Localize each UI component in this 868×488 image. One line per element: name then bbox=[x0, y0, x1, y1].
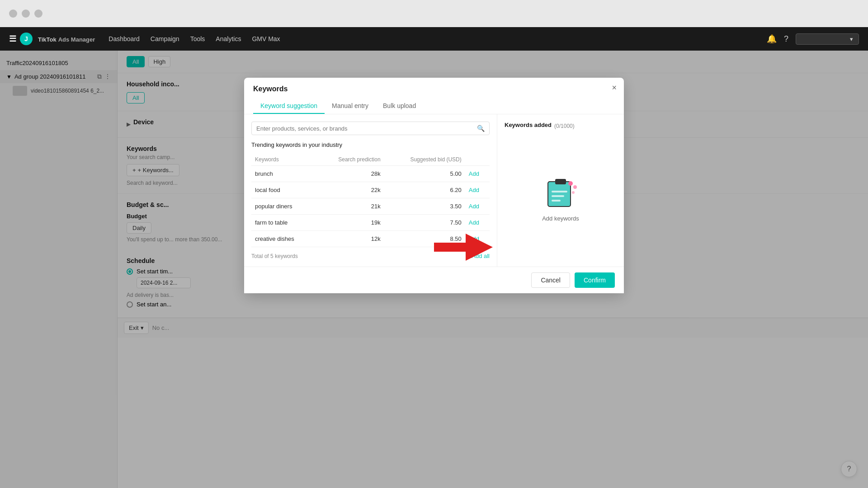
table-row: farm to table 19k 7.50 Add bbox=[251, 215, 490, 231]
prediction-cell-3: 19k bbox=[316, 215, 384, 231]
add-cell-1: Add bbox=[465, 182, 490, 198]
svg-point-6 bbox=[568, 181, 573, 186]
tab-manual-entry[interactable]: Manual entry bbox=[325, 99, 376, 114]
browser-dot-1 bbox=[9, 9, 17, 18]
svg-point-7 bbox=[573, 185, 577, 189]
bid-cell-1: 6.20 bbox=[384, 182, 465, 198]
modal-header: Keywords × Keyword suggestion Manual ent… bbox=[244, 78, 624, 114]
keyword-table-scroll: Keywords Search prediction Suggested bid… bbox=[251, 154, 490, 247]
browser-dot-3 bbox=[34, 9, 42, 18]
confirm-button[interactable]: Confirm bbox=[575, 272, 615, 288]
nav-item-analytics[interactable]: Analytics bbox=[216, 35, 241, 42]
bid-cell-3: 7.50 bbox=[384, 215, 465, 231]
add-keyword-btn-1[interactable]: Add bbox=[469, 187, 479, 193]
svg-marker-0 bbox=[434, 234, 493, 261]
svg-point-8 bbox=[572, 191, 575, 194]
col-header-prediction: Search prediction bbox=[316, 154, 384, 166]
total-keywords-label: Total of 5 keywords bbox=[251, 253, 298, 259]
nav-logo: ☰ J TikTokAds Manager bbox=[9, 33, 95, 45]
tab-bulk-upload[interactable]: Bulk upload bbox=[376, 99, 423, 114]
col-header-bid: Suggested bid (USD) bbox=[384, 154, 465, 166]
keywords-added-count: (0/1000) bbox=[554, 123, 575, 129]
prediction-cell-0: 28k bbox=[316, 166, 384, 182]
add-keywords-illustration bbox=[542, 174, 579, 210]
modal-title: Keywords bbox=[253, 85, 615, 93]
add-cell-3: Add bbox=[465, 215, 490, 231]
browser-chrome bbox=[0, 0, 868, 27]
svg-rect-2 bbox=[555, 179, 566, 184]
cancel-button[interactable]: Cancel bbox=[531, 272, 570, 288]
add-cell-2: Add bbox=[465, 198, 490, 215]
app-container: ☰ J TikTokAds Manager Dashboard Campaign… bbox=[0, 27, 868, 488]
nav-right: 🔔 ? ▾ bbox=[767, 33, 859, 45]
modal-footer: Cancel Confirm bbox=[244, 267, 624, 293]
table-row: popular diners 21k 3.50 Add bbox=[251, 198, 490, 215]
search-icon: 🔍 bbox=[477, 125, 485, 132]
nav-item-campaign[interactable]: Campaign bbox=[151, 35, 179, 42]
modal-tabs: Keyword suggestion Manual entry Bulk upl… bbox=[253, 99, 615, 114]
browser-dot-2 bbox=[22, 9, 30, 18]
table-row: brunch 28k 5.00 Add bbox=[251, 166, 490, 182]
nav-item-gmvmax[interactable]: GMV Max bbox=[252, 35, 280, 42]
add-keyword-btn-0[interactable]: Add bbox=[469, 170, 479, 177]
svg-rect-4 bbox=[552, 195, 564, 197]
prediction-cell-2: 21k bbox=[316, 198, 384, 215]
content-area: Traffic20240916101805 ▼ Ad group 2024091… bbox=[0, 51, 868, 488]
nav-brand-name: TikTokAds Manager bbox=[36, 35, 95, 43]
keywords-added-empty-state: Add keywords bbox=[542, 136, 579, 259]
trending-title: Trending keywords in your industry bbox=[251, 141, 490, 148]
top-nav: ☰ J TikTokAds Manager Dashboard Campaign… bbox=[0, 27, 868, 51]
table-row: local food 22k 6.20 Add bbox=[251, 182, 490, 198]
keyword-table: Keywords Search prediction Suggested bid… bbox=[251, 154, 490, 247]
chevron-down-icon: ▾ bbox=[850, 36, 853, 42]
keywords-added-title: Keywords added bbox=[505, 122, 552, 128]
nav-logo-icon: J bbox=[20, 33, 33, 45]
red-arrow-annotation bbox=[434, 234, 493, 263]
bid-cell-0: 5.00 bbox=[384, 166, 465, 182]
menu-icon[interactable]: ☰ bbox=[9, 34, 16, 44]
modal-right-panel: Keywords added (0/1000) bbox=[497, 114, 624, 267]
nav-account-dropdown[interactable]: ▾ bbox=[796, 33, 859, 45]
keyword-cell-0: brunch bbox=[251, 166, 316, 182]
nav-item-tools[interactable]: Tools bbox=[190, 35, 205, 42]
keyword-cell-1: local food bbox=[251, 182, 316, 198]
add-keywords-empty-label: Add keywords bbox=[542, 215, 579, 222]
keyword-cell-4: creative dishes bbox=[251, 231, 316, 247]
keywords-modal: Keywords × Keyword suggestion Manual ent… bbox=[244, 78, 624, 293]
col-header-keywords: Keywords bbox=[251, 154, 316, 166]
col-header-action bbox=[465, 154, 490, 166]
tab-keyword-suggestion[interactable]: Keyword suggestion bbox=[253, 99, 325, 114]
add-keyword-btn-2[interactable]: Add bbox=[469, 203, 479, 210]
nav-items: Dashboard Campaign Tools Analytics GMV M… bbox=[108, 35, 753, 42]
notification-icon[interactable]: 🔔 bbox=[767, 34, 777, 44]
add-cell-0: Add bbox=[465, 166, 490, 182]
svg-rect-3 bbox=[552, 191, 567, 192]
help-icon[interactable]: ? bbox=[784, 34, 788, 44]
keyword-cell-2: popular diners bbox=[251, 198, 316, 215]
add-keyword-btn-3[interactable]: Add bbox=[469, 219, 479, 226]
modal-overlay: Keywords × Keyword suggestion Manual ent… bbox=[0, 51, 868, 488]
prediction-cell-4: 12k bbox=[316, 231, 384, 247]
keyword-cell-3: farm to table bbox=[251, 215, 316, 231]
prediction-cell-1: 22k bbox=[316, 182, 384, 198]
nav-item-dashboard[interactable]: Dashboard bbox=[108, 35, 140, 42]
svg-rect-5 bbox=[552, 200, 561, 202]
search-box: 🔍 bbox=[251, 122, 490, 135]
keyword-search-input[interactable] bbox=[256, 125, 473, 132]
svg-rect-1 bbox=[548, 182, 571, 206]
modal-close-button[interactable]: × bbox=[612, 83, 617, 93]
bid-cell-2: 3.50 bbox=[384, 198, 465, 215]
